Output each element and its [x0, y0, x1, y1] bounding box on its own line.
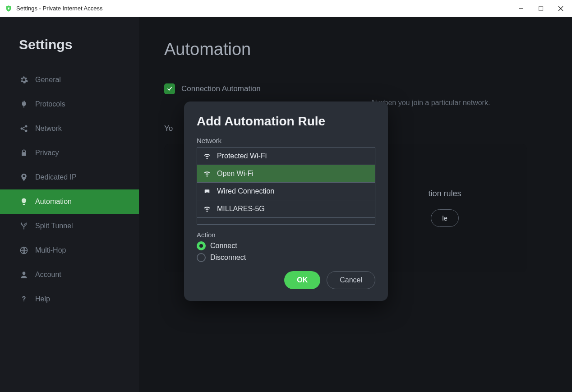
network-option-label: Wired Connection	[217, 187, 274, 195]
sidebar-item-network[interactable]: Network	[0, 116, 139, 141]
network-option-wired[interactable]: Wired Connection	[197, 183, 375, 200]
connection-automation-description: N when you join a particular network.	[372, 99, 572, 107]
sidebar-item-multi-hop[interactable]: Multi-Hop	[0, 238, 139, 263]
add-rule-button[interactable]: le	[431, 209, 459, 227]
sidebar-item-automation[interactable]: Automation	[0, 189, 139, 214]
lock-icon	[19, 148, 29, 158]
svg-rect-12	[206, 192, 207, 193]
sidebar-item-label: Automation	[35, 198, 72, 206]
minimize-button[interactable]	[517, 5, 525, 13]
gear-icon	[19, 75, 29, 85]
svg-rect-0	[8, 8, 9, 9]
radio-off-icon	[197, 253, 206, 262]
sidebar-item-account[interactable]: Account	[0, 263, 139, 287]
sidebar-item-split-tunnel[interactable]: Split Tunnel	[0, 214, 139, 238]
sidebar-item-protocols[interactable]: Protocols	[0, 92, 139, 116]
action-option-disconnect[interactable]: Disconnect	[197, 253, 375, 262]
network-option-millares-5g[interactable]: MILLARES-5G	[197, 200, 375, 218]
action-option-label: Disconnect	[210, 254, 246, 262]
lightbulb-icon	[19, 197, 29, 207]
wifi-icon	[203, 169, 212, 178]
window-title: Settings - Private Internet Access	[16, 5, 102, 12]
sidebar-item-privacy[interactable]: Privacy	[0, 141, 139, 165]
sidebar-item-dedicated-ip[interactable]: Dedicated IP	[0, 165, 139, 189]
sidebar-item-label: Multi-Hop	[35, 246, 66, 254]
svg-point-5	[21, 128, 23, 130]
sidebar-item-label: Help	[35, 295, 50, 303]
wifi-lock-icon	[203, 152, 212, 161]
network-option-protected-wifi[interactable]: Protected Wi-Fi	[197, 148, 375, 165]
globe-icon	[19, 245, 29, 255]
action-option-connect[interactable]: Connect	[197, 241, 375, 250]
sidebar-title: Settings	[0, 37, 139, 68]
dialog-title: Add Automation Rule	[197, 114, 375, 129]
svg-point-7	[25, 130, 28, 132]
network-option-label: Protected Wi-Fi	[217, 152, 267, 160]
action-option-label: Connect	[210, 242, 237, 250]
app-shield-icon	[5, 5, 13, 13]
window-controls	[517, 5, 567, 13]
maximize-button[interactable]	[537, 5, 545, 13]
network-option-label: Open Wi-Fi	[217, 170, 254, 178]
radio-on-icon	[197, 241, 206, 250]
sidebar-item-label: Protocols	[35, 100, 65, 108]
connection-automation-checkbox[interactable]	[164, 83, 175, 94]
network-option-open-wifi[interactable]: Open Wi-Fi	[197, 165, 375, 183]
no-rules-text: tion rules	[428, 189, 461, 198]
ethernet-icon	[203, 187, 212, 196]
svg-rect-14	[208, 192, 209, 193]
network-list: Protected Wi-Fi Open Wi-Fi Wired Connect…	[197, 147, 375, 225]
page-title: Automation	[164, 40, 547, 59]
network-list-spacer	[197, 218, 375, 224]
cancel-button[interactable]: Cancel	[327, 271, 375, 289]
ok-button[interactable]: OK	[284, 271, 320, 289]
close-button[interactable]	[557, 5, 565, 13]
sidebar-item-general[interactable]: General	[0, 68, 139, 92]
plug-icon	[19, 99, 29, 109]
sidebar-item-label: Privacy	[35, 149, 59, 157]
user-icon	[19, 270, 29, 280]
add-automation-rule-dialog: Add Automation Rule Network Protected Wi…	[184, 101, 388, 301]
connection-automation-label: Connection Automation	[181, 84, 261, 93]
sidebar-item-label: Network	[35, 125, 62, 133]
share-nodes-icon	[19, 124, 29, 134]
ip-pin-icon	[19, 172, 29, 182]
action-label: Action	[197, 231, 375, 239]
wifi-icon	[203, 204, 212, 213]
sidebar-item-label: Split Tunnel	[35, 222, 73, 230]
sidebar-item-label: General	[35, 76, 61, 84]
question-icon	[19, 294, 29, 304]
svg-rect-8	[22, 152, 26, 156]
sidebar-item-help[interactable]: Help	[0, 287, 139, 311]
settings-sidebar: Settings General Protocols Network Priva…	[0, 17, 139, 392]
network-option-label: MILLARES-5G	[217, 205, 265, 213]
sidebar-item-label: Dedicated IP	[35, 173, 77, 181]
svg-rect-2	[539, 6, 543, 10]
svg-point-10	[23, 272, 26, 275]
svg-rect-13	[207, 192, 208, 193]
window-titlebar: Settings - Private Internet Access	[0, 0, 572, 17]
svg-point-6	[25, 125, 28, 128]
network-label: Network	[197, 137, 375, 144]
sidebar-item-label: Account	[35, 271, 61, 279]
split-icon	[19, 221, 29, 231]
